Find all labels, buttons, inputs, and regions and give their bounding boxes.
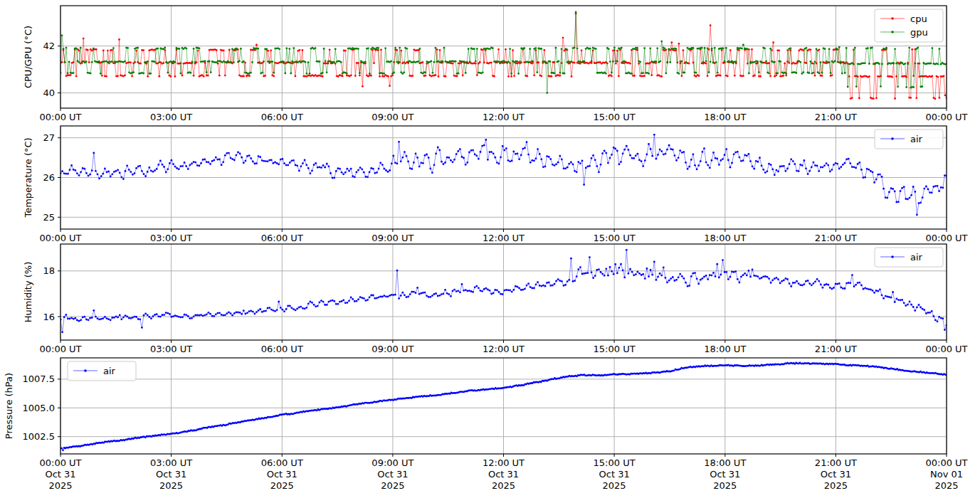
subplot-grid-canvas: 00:00 UT03:00 UT06:00 UT09:00 UT12:00 UT… xyxy=(0,0,980,503)
x-tick-label: 18:00 UT xyxy=(704,112,746,122)
legend-swatch-marker xyxy=(84,369,87,372)
x-tick-year-label: 2025 xyxy=(824,480,848,491)
x-tick-label: 00:00 UT xyxy=(925,112,967,122)
x-tick-label: 21:00 UT xyxy=(815,457,857,468)
y-tick-label: 1005.0 xyxy=(23,403,56,413)
x-tick-label: 00:00 UT xyxy=(39,457,81,468)
x-tick-label: 09:00 UT xyxy=(372,112,413,122)
y-tick-label: 27 xyxy=(43,132,55,143)
y-axis-label: Pressure (hPa) xyxy=(4,373,14,439)
x-tick-label: 09:00 UT xyxy=(372,344,413,354)
y-axis-label: CPU/GPU (°C) xyxy=(23,26,33,88)
legend-label: air xyxy=(103,366,116,376)
x-tick-date-label: Oct 31 xyxy=(599,469,630,480)
x-tick-label: 12:00 UT xyxy=(483,233,525,243)
x-tick-date-label: Oct 31 xyxy=(710,469,740,480)
legend: air xyxy=(68,361,136,381)
legend: air xyxy=(875,248,943,267)
x-tick-year-label: 2025 xyxy=(934,480,958,491)
x-tick-label: 21:00 UT xyxy=(815,344,857,354)
x-tick-label: 00:00 UT xyxy=(39,233,81,243)
subplot-0: 00:00 UT03:00 UT06:00 UT09:00 UT12:00 UT… xyxy=(23,6,968,122)
x-tick-year-label: 2025 xyxy=(159,480,183,491)
x-tick-date-label: Oct 31 xyxy=(377,469,408,480)
x-tick-year-label: 2025 xyxy=(603,480,626,491)
legend-label: air xyxy=(910,252,923,263)
x-tick-label: 18:00 UT xyxy=(704,344,746,354)
x-tick-label: 00:00 UT xyxy=(39,112,81,122)
y-axis-label: Temperature (°C) xyxy=(23,137,33,218)
x-tick-label: 09:00 UT xyxy=(372,457,413,468)
x-tick-label: 15:00 UT xyxy=(594,233,636,243)
x-tick-label: 18:00 UT xyxy=(704,457,746,468)
x-tick-label: 06:00 UT xyxy=(261,344,303,354)
x-tick-date-label: Oct 31 xyxy=(488,469,519,480)
x-tick-label: 00:00 UT xyxy=(39,344,81,354)
x-tick-label: 21:00 UT xyxy=(815,233,857,243)
x-tick-year-label: 2025 xyxy=(48,480,72,491)
legend-swatch-marker xyxy=(891,255,894,258)
legend-label: gpu xyxy=(910,27,928,38)
x-tick-label: 15:00 UT xyxy=(594,457,636,468)
subplot-1: 00:00 UT03:00 UT06:00 UT09:00 UT12:00 UT… xyxy=(23,126,968,243)
x-tick-label: 21:00 UT xyxy=(815,112,857,122)
x-tick-year-label: 2025 xyxy=(381,480,404,491)
x-tick-label: 03:00 UT xyxy=(150,457,192,468)
y-tick-label: 1007.5 xyxy=(23,374,56,384)
x-tick-label: 00:00 UT xyxy=(925,457,967,468)
x-tick-label: 09:00 UT xyxy=(372,233,413,243)
y-tick-label: 25 xyxy=(43,212,55,223)
y-tick-label: 1002.5 xyxy=(23,431,56,442)
x-tick-label: 15:00 UT xyxy=(594,112,636,122)
legend: cpugpu xyxy=(875,9,943,42)
x-tick-label: 06:00 UT xyxy=(261,457,303,468)
legend-box xyxy=(875,9,943,42)
x-tick-year-label: 2025 xyxy=(270,480,294,491)
y-axis-label: Humidity (%) xyxy=(23,262,33,323)
subplot-3: 00:00 UTOct 31202503:00 UTOct 31202506:0… xyxy=(4,358,968,491)
y-tick-label: 18 xyxy=(43,265,55,276)
legend-swatch-marker xyxy=(891,31,894,33)
x-tick-label: 06:00 UT xyxy=(261,112,303,122)
x-tick-date-label: Oct 31 xyxy=(821,469,851,480)
x-tick-date-label: Oct 31 xyxy=(267,469,297,480)
x-tick-year-label: 2025 xyxy=(492,480,515,491)
weather-telemetry-figure: 00:00 UT03:00 UT06:00 UT09:00 UT12:00 UT… xyxy=(0,0,980,503)
legend-label: cpu xyxy=(910,14,927,24)
x-tick-label: 06:00 UT xyxy=(261,233,303,243)
legend-swatch-marker xyxy=(891,17,894,20)
x-tick-date-label: Oct 31 xyxy=(156,469,186,480)
x-tick-label: 12:00 UT xyxy=(483,457,525,468)
x-tick-label: 03:00 UT xyxy=(150,233,192,243)
x-tick-date-label: Nov 01 xyxy=(930,469,963,480)
y-tick-label: 26 xyxy=(43,172,55,183)
x-tick-label: 00:00 UT xyxy=(925,233,967,243)
legend-label: air xyxy=(910,134,923,144)
x-tick-label: 12:00 UT xyxy=(483,344,525,354)
legend: air xyxy=(875,129,943,149)
x-tick-label: 15:00 UT xyxy=(594,344,636,354)
x-tick-label: 03:00 UT xyxy=(150,112,192,122)
x-tick-label: 03:00 UT xyxy=(150,344,192,354)
y-tick-label: 16 xyxy=(43,312,55,322)
subplot-2: 00:00 UT03:00 UT06:00 UT09:00 UT12:00 UT… xyxy=(23,244,968,354)
x-tick-label: 12:00 UT xyxy=(483,112,525,122)
x-tick-year-label: 2025 xyxy=(713,480,737,491)
x-tick-label: 18:00 UT xyxy=(704,233,746,243)
y-tick-label: 40 xyxy=(43,88,55,98)
x-tick-date-label: Oct 31 xyxy=(45,469,75,480)
legend-swatch-marker xyxy=(891,137,894,140)
y-tick-label: 42 xyxy=(43,41,55,51)
x-tick-label: 00:00 UT xyxy=(925,344,967,354)
